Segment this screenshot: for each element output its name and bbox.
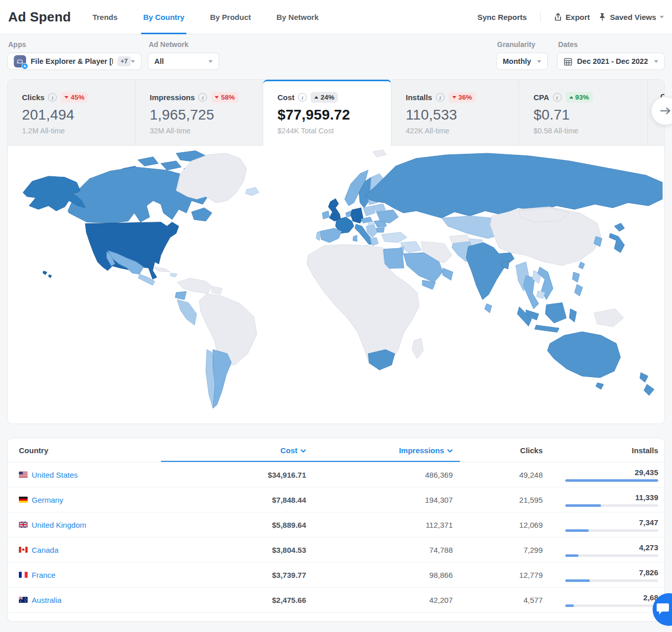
metric-value: 201,494	[22, 107, 135, 123]
map-region[interactable]	[373, 150, 386, 157]
country-link[interactable]: France	[32, 571, 56, 579]
map-region[interactable]	[353, 236, 357, 242]
map-region[interactable]	[484, 303, 492, 313]
filter-bar: Apps A File Explorer & Player [Pro] +7 A…	[0, 34, 672, 75]
tab-trends[interactable]: Trends	[90, 0, 120, 34]
tab-by-country[interactable]: By Country	[141, 0, 187, 34]
map-region[interactable]	[320, 228, 342, 243]
info-icon[interactable]: i	[298, 93, 307, 102]
map-region[interactable]	[43, 271, 47, 275]
table-row: France $3,739.77 98,866 12,779 7,826	[8, 563, 664, 588]
map-region[interactable]	[412, 338, 423, 359]
tab-by-product[interactable]: By Product	[208, 0, 253, 34]
country-flag-icon	[19, 497, 28, 503]
country-flag-icon	[19, 572, 28, 578]
map-region[interactable]	[351, 208, 363, 223]
impressions-cell: 98,866	[313, 571, 460, 579]
saved-views-button[interactable]: Saved Views	[598, 13, 664, 21]
impressions-cell: 486,369	[313, 471, 460, 479]
map-region[interactable]	[329, 199, 341, 221]
page-title: Ad Spend	[8, 9, 71, 25]
map-region[interactable]	[175, 291, 187, 299]
country-link[interactable]: Australia	[32, 596, 61, 604]
map-region[interactable]	[644, 384, 654, 395]
map-region[interactable]	[316, 231, 320, 241]
map-region[interactable]	[49, 275, 52, 278]
sync-reports-button[interactable]: Sync Reports	[477, 13, 527, 21]
chevron-down-icon	[208, 60, 213, 63]
metric-card-cpa[interactable]: CPA i 93% $0.71 $0.58 All-time	[519, 80, 648, 146]
change-badge: 36%	[449, 92, 476, 103]
info-icon[interactable]: i	[553, 93, 562, 102]
table-header-row: Country Cost Impressions Clicks Installs	[8, 438, 664, 462]
map-region[interactable]	[363, 206, 375, 216]
column-header-installs[interactable]: Installs	[550, 438, 665, 462]
map-region[interactable]	[594, 309, 623, 326]
column-header-country[interactable]: Country	[8, 438, 161, 462]
map-region[interactable]	[569, 309, 576, 322]
dates-label: Dates	[558, 40, 665, 49]
ad-network-select[interactable]: All	[148, 53, 219, 70]
metric-card-clicks[interactable]: Clicks i 45% 201,494 1.2M All-time	[8, 80, 135, 146]
country-link[interactable]: United States	[32, 471, 78, 479]
map-region[interactable]	[545, 302, 566, 323]
map-region[interactable]	[322, 211, 330, 219]
info-icon[interactable]: i	[436, 93, 445, 102]
map-region[interactable]	[614, 223, 624, 231]
map-region[interactable]	[373, 204, 385, 212]
metric-card-impressions[interactable]: Impressions i 58% 1,965,725 32M All-time	[135, 80, 263, 146]
map-region[interactable]	[192, 208, 212, 221]
map-region[interactable]	[596, 383, 604, 389]
map-region[interactable]	[161, 161, 181, 170]
tab-bar: Trends By Country By Product By Network	[90, 0, 342, 34]
apps-select[interactable]: A File Explorer & Player [Pro] +7	[7, 53, 142, 70]
map-region[interactable]	[535, 325, 559, 332]
map-region[interactable]	[370, 238, 378, 246]
map-region[interactable]	[578, 262, 585, 269]
map-region[interactable]	[170, 273, 177, 277]
column-header-cost[interactable]: Cost	[161, 438, 313, 462]
installs-cell: 11,339	[550, 493, 665, 507]
metric-card-installs[interactable]: Installs i 36% 110,533 422K All-time	[391, 80, 519, 146]
pin-icon	[598, 13, 606, 21]
map-region[interactable]	[154, 267, 170, 272]
column-header-clicks[interactable]: Clicks	[460, 438, 550, 462]
map-region[interactable]	[572, 272, 580, 283]
export-button[interactable]: Export	[554, 13, 590, 21]
column-header-impressions[interactable]: Impressions	[313, 438, 460, 462]
map-region[interactable]	[213, 349, 231, 408]
map-region[interactable]	[443, 268, 453, 280]
metric-card-cost[interactable]: Cost i 24% $77,959.72 $244K Total Cost	[263, 80, 391, 146]
divider	[540, 12, 541, 21]
country-link[interactable]: Canada	[32, 546, 59, 554]
map-region[interactable]	[537, 291, 545, 298]
table-row: Australia $2,475.66 42,207 4,577 2,68	[8, 588, 664, 613]
map-region[interactable]	[376, 227, 384, 232]
table-row: Germany $7,848.44 194,307 21,595 11,339	[8, 487, 664, 512]
map-region[interactable]	[246, 188, 259, 196]
map-region[interactable]	[609, 233, 624, 253]
granularity-select[interactable]: Monthly	[496, 53, 548, 70]
arrow-right-icon	[660, 107, 671, 115]
map-region[interactable]	[640, 372, 648, 382]
map-region[interactable]	[138, 157, 158, 166]
map-region[interactable]	[383, 248, 404, 269]
info-icon[interactable]: i	[198, 93, 207, 102]
map-region[interactable]	[547, 332, 620, 378]
installs-cell: 2,68	[550, 593, 665, 607]
map-region[interactable]	[212, 286, 222, 294]
dates-select[interactable]: Dec 2021 - Dec 2022	[557, 53, 665, 70]
impressions-cell: 194,307	[313, 496, 460, 504]
tab-by-network[interactable]: By Network	[274, 0, 321, 34]
map-region[interactable]	[177, 299, 197, 325]
map-region[interactable]	[177, 278, 212, 294]
info-icon[interactable]: i	[48, 93, 57, 102]
map-region[interactable]	[381, 232, 407, 243]
map-region[interactable]	[368, 349, 395, 370]
map-region[interactable]	[574, 285, 583, 296]
country-link[interactable]: United Kingdom	[32, 521, 86, 529]
cost-cell: $2,475.66	[161, 596, 313, 604]
installs-cell: 7,826	[550, 568, 665, 582]
map-region[interactable]	[365, 153, 662, 218]
country-link[interactable]: Germany	[32, 496, 63, 504]
